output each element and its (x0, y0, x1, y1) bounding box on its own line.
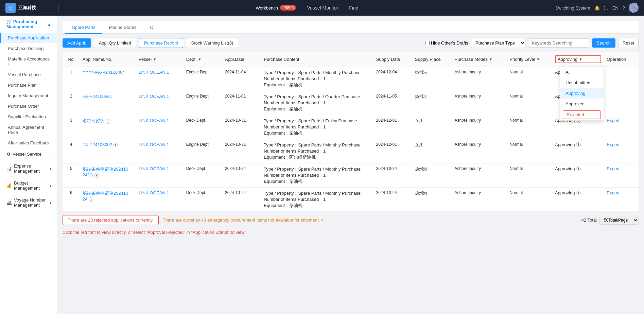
sidebar-item-supplier-evaluation[interactable]: Supplier Evaluation (0, 111, 57, 122)
cell-appl-no[interactable]: 名称时好的 ℹ (80, 115, 136, 139)
export-link[interactable]: Export (607, 166, 620, 171)
vessel-link[interactable]: LINK OCEAN 1 (139, 94, 169, 99)
appl-no-link[interactable]: PA-P24100501 (83, 94, 112, 99)
appl-no-link[interactable]: 船端备件申请单202410 24(1) (83, 167, 128, 177)
fullscreen-icon[interactable]: ⛶ (604, 5, 608, 11)
keywords-search-input[interactable] (528, 38, 589, 48)
export-link[interactable]: Export (607, 190, 620, 195)
help-icon[interactable]: ? (623, 5, 625, 11)
vessel-monitor-link[interactable]: Vessel Monitor (307, 5, 338, 11)
cell-appl-no[interactable]: YYY4-PA-P24110404 (80, 67, 136, 91)
page-size-select[interactable]: 50Total/Page 20Total/Page 100Total/Page (599, 216, 639, 225)
info-icon[interactable]: ℹ (89, 197, 93, 202)
cell-appl-no[interactable]: PA-P24103002 ℹ (80, 139, 136, 163)
cell-appl-date: 2024-10-24 (222, 188, 261, 212)
hide-others-drafts-checkbox[interactable] (425, 41, 430, 45)
sidebar-item-voyage-number-management[interactable]: 🚢 Voyage Number Management › (0, 194, 57, 211)
emergency-alert[interactable]: There are currently 43 emergency procure… (163, 217, 324, 223)
notification-icon[interactable]: 🔔 (594, 5, 600, 11)
purchase-record-button[interactable]: Purchase Record (139, 38, 183, 48)
sidebar-item-vessel-purchase[interactable]: Vessel Purchase (0, 69, 57, 80)
info-icon[interactable]: ℹ (113, 143, 118, 147)
appl-no-link[interactable]: YYY4-PA-P24110404 (83, 70, 125, 75)
dropdown-item-unsubmitted[interactable]: Unsubmitted (560, 77, 604, 88)
tab-marine-stores[interactable]: Marine Stores (102, 21, 143, 34)
sidebar-item-vessel-service[interactable]: ⚙ Vessel Service › (0, 148, 57, 160)
dropdown-item-approving[interactable]: Approving (560, 88, 604, 99)
sidebar-item-purchase-application[interactable]: Purchase Application (0, 33, 57, 43)
approving-info-icon[interactable]: ℹ (576, 142, 581, 147)
cell-vessel[interactable]: LINK OCEAN 1 (136, 91, 184, 115)
vessel-link[interactable]: LINK OCEAN 1 (139, 190, 169, 195)
cell-appl-no[interactable]: 船端备件申请单202410 24(1) ℹ (80, 163, 136, 188)
vessel-link[interactable]: LINK OCEAN 1 (139, 166, 169, 171)
cell-priority: Normal (507, 115, 552, 139)
export-link[interactable]: Export (607, 142, 620, 147)
cell-operation[interactable]: Export (604, 115, 639, 139)
dropdown-item-approved[interactable]: Approved (560, 99, 604, 109)
appl-no-link[interactable]: PA-P24103002 (83, 142, 112, 147)
col-header-priority-level[interactable]: Priority Level ▼ (507, 52, 552, 67)
content-type: Type / Property：Spare Parts / Monthly Pu… (264, 190, 370, 196)
sidebar-item-label: Supplier Evaluation (8, 114, 46, 119)
dropdown-item-rejected[interactable]: Rejected (563, 110, 601, 119)
avatar[interactable]: 孙红梅 (629, 3, 639, 13)
cell-operation (604, 67, 639, 91)
sidebar-item-materials-acceptance[interactable]: Materials Acceptance › (0, 54, 57, 69)
sidebar-item-inquiry-management[interactable]: Inquiry Management (0, 90, 57, 101)
cell-no: 5 (63, 163, 80, 188)
stock-warning-button[interactable]: Stock Warning List(3) (186, 38, 238, 48)
sidebar-item-after-sales-feedback[interactable]: After-sales Feedback (0, 138, 57, 148)
info-icon[interactable]: ℹ (94, 173, 99, 178)
cell-operation[interactable]: Export (604, 163, 639, 188)
col-header-purchase-modes[interactable]: Purchase Modes ▼ (452, 52, 507, 67)
sidebar-item-purchase-docking[interactable]: Purchase Docking (0, 43, 57, 54)
sidebar-section-purchasing[interactable]: 🛒 Purchasing Management ▲ (0, 16, 57, 33)
appl-no-link[interactable]: 名称时好的 (83, 118, 105, 123)
layout: 🛒 Purchasing Management ▲ Purchase Appli… (0, 16, 644, 314)
info-icon[interactable]: ℹ (106, 119, 110, 124)
tab-spare-parts[interactable]: Spare Parts (65, 21, 102, 34)
search-button[interactable]: Search (592, 38, 615, 48)
vessel-link[interactable]: LINK OCEAN 1 (139, 70, 169, 75)
workbench-button[interactable]: Workbench 28806 (256, 5, 296, 11)
col-header-vessel[interactable]: Vessel ▼ (136, 52, 184, 67)
sidebar-item-annual-agreement-price[interactable]: Annual Agreement Price (0, 122, 57, 138)
cell-appl-no[interactable]: PA-P24100501 (80, 91, 136, 115)
sidebar-item-budget-management[interactable]: 💰 Budget Management › (0, 177, 57, 194)
purchase-plan-type-select[interactable]: Purchase Plan Type (471, 38, 525, 48)
cell-vessel[interactable]: LINK OCEAN 1 (136, 188, 184, 212)
find-link[interactable]: Find (349, 5, 358, 11)
col-header-approving[interactable]: Approving ▼ All Unsubmitted Approving Ap… (552, 52, 604, 67)
sidebar-item-purchase-order[interactable]: Purchase Order (0, 101, 57, 111)
add-appl-button[interactable]: Add Appl. (63, 38, 91, 48)
cell-operation[interactable]: Export (604, 139, 639, 163)
content-count: Number of Items Purchased：1 (264, 124, 370, 130)
approving-dropdown-menu: All Unsubmitted Approving Approved Rejec… (560, 67, 604, 121)
export-link[interactable]: Export (607, 118, 620, 123)
reset-button[interactable]: Reset (618, 38, 639, 48)
col-header-supply-date: Supply Date (373, 52, 412, 67)
rejected-alert[interactable]: There are 13 rejected applications curre… (63, 215, 159, 225)
lang-selector[interactable]: EN (612, 5, 619, 11)
vessel-link[interactable]: LINK OCEAN 1 (139, 142, 169, 147)
cell-vessel[interactable]: LINK OCEAN 1 (136, 67, 184, 91)
cell-vessel[interactable]: LINK OCEAN 1 (136, 115, 184, 139)
cell-modes: Ashore Inquiry (452, 115, 507, 139)
sidebar-item-purchase-plan[interactable]: Purchase Plan (0, 80, 57, 90)
cell-vessel[interactable]: LINK OCEAN 1 (136, 139, 184, 163)
vessel-link[interactable]: LINK OCEAN 1 (139, 118, 169, 123)
dropdown-item-all[interactable]: All (560, 67, 604, 77)
cell-appl-no[interactable]: 船端备件申请单202410 24 ℹ (80, 188, 136, 212)
cell-vessel[interactable]: LINK OCEAN 1 (136, 163, 184, 188)
approving-info-icon[interactable]: ℹ (576, 167, 581, 171)
approving-info-icon[interactable]: ℹ (576, 191, 581, 195)
sidebar-item-expense-management[interactable]: 📊 Expense Management › (0, 160, 57, 177)
cell-operation[interactable]: Export (604, 188, 639, 212)
tab-oil[interactable]: Oil (143, 21, 162, 34)
appl-qty-limited-button[interactable]: Appl.Qty Limited (94, 38, 136, 48)
col-header-dept[interactable]: Dept. ▼ (184, 52, 222, 67)
cell-modes: Ashore Inquiry (452, 91, 507, 115)
switching-system[interactable]: Switching System (555, 5, 590, 11)
cell-supply-place: 扬州港 (412, 67, 452, 91)
